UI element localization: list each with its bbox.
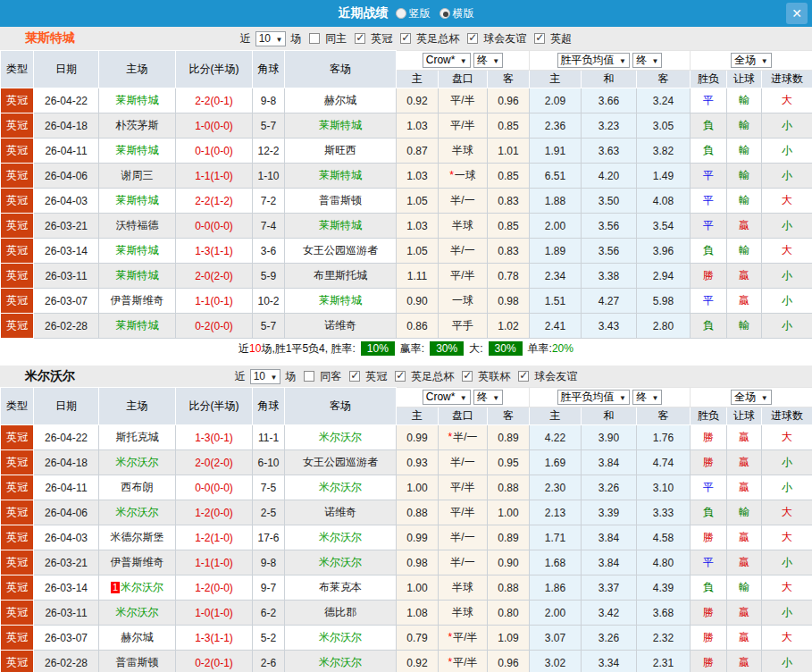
match-row: 英冠26-04-11西布朗0-0(0-0)7-5米尔沃尔1.00平/半0.882… [1,475,812,500]
col-ah-away: 客 [488,71,530,88]
handicap-text: 平/半 [450,506,474,518]
europe-avg-select[interactable]: 胜平负均值 ▼ [557,53,630,68]
corners-cell: 9-8 [253,550,285,575]
odds-company-select-2[interactable]: Crow* ▼ [423,390,471,405]
score-cell: 1-3(1-1) [176,626,253,651]
radio-vertical-layout[interactable]: 竖版 [396,6,431,21]
league-badge: 英冠 [1,601,34,626]
over-under-result: 大 [762,626,812,651]
europe-stage-select-2[interactable]: 终 ▼ [632,390,662,405]
away-team-name: 普雷斯顿 [319,194,362,206]
same-home-checkbox[interactable] [309,33,320,44]
handicap-cell: 半/一 [439,525,488,550]
score-text: 1-1(1-0) [195,170,233,182]
odds-company-select[interactable]: Crow* ▼ [423,53,471,68]
ah-away-odds: 0.83 [488,239,530,264]
ah-away-odds: 0.85 [488,113,530,139]
handicap-result: 輸 [727,113,762,139]
home-team-cell: 米尔沃尔 [99,500,176,525]
league-checkbox-2[interactable] [467,33,478,44]
handicap-result: 輸 [727,88,762,113]
league-checkbox-0[interactable] [349,371,360,382]
league-checkbox-1[interactable] [395,371,406,382]
over-under-result: 大 [762,425,812,450]
match-count-select[interactable]: 10 ▼ [255,31,287,46]
league-label-3: 球会友谊 [534,369,577,384]
full-match-select-2[interactable]: 全场 ▼ [731,390,771,405]
match-row: 英冠26-03-141米尔沃尔1-2(0-0)9-7布莱克本1.00半球0.88… [1,575,812,601]
handicap-text: 平/半 [450,94,474,106]
millwall-rows: 英冠26-04-22斯托克城1-3(0-1)11-1米尔沃尔0.99*半/一0.… [1,425,812,672]
home-team-cell: 伊普斯维奇 [99,289,176,314]
away-team-name: 女王公园巡游者 [303,456,378,468]
ah-away-odds: 0.85 [488,214,530,239]
home-team-cell: 莱斯特城 [99,264,176,289]
away-team-cell: 女王公园巡游者 [285,239,397,264]
ah-away-odds: 0.96 [488,651,530,672]
score-cell: 1-0(0-0) [176,113,253,139]
ah-home-odds: 0.92 [397,88,439,113]
handicap-result: 輸 [727,139,762,164]
handicap-text: 半球 [452,144,473,156]
handicap-text: 一球 [452,294,473,307]
europe-stage-select[interactable]: 终 ▼ [632,53,662,68]
odds-stage-select[interactable]: 终 ▼ [473,53,503,68]
col-corner: 角球 [253,388,285,425]
score-cell: 0-2(0-1) [176,651,253,672]
score-text: 2-0(2-0) [195,457,233,469]
radio-horizontal-layout[interactable]: 横版 [439,6,474,21]
match-row: 英冠26-03-11米尔沃尔1-0(1-0)6-2德比郡1.08半球0.802.… [1,601,812,626]
ah-away-odds: 0.90 [488,550,530,575]
col-goals: 进球数 [762,71,812,88]
eu-home-odds: 1.88 [530,189,582,214]
league-badge: 英冠 [1,425,34,450]
away-team-name: 米尔沃尔 [319,556,362,568]
handicap-cell: 一球 [439,289,488,314]
same-away-checkbox[interactable] [304,371,314,382]
home-team-name: 莱斯特城 [116,144,159,156]
match-row: 英冠26-03-11莱斯特城2-0(2-0)5-9布里斯托城1.11平/半0.7… [1,264,812,289]
league-badge: 英冠 [1,475,34,500]
match-row: 英冠26-03-07赫尔城1-3(1-1)5-2米尔沃尔0.79*平/半1.09… [1,626,812,651]
wdl-result: 勝 [691,651,727,672]
league-checkbox-2[interactable] [462,371,473,382]
ah-home-odds: 1.05 [397,189,439,214]
league-checkbox-3[interactable] [518,371,529,382]
away-team-cell: 米尔沃尔 [285,651,397,672]
eu-draw-odds: 3.66 [582,88,637,113]
away-team-name: 莱斯特城 [319,294,362,307]
league-badge: 英冠 [1,88,34,113]
league-checkbox-1[interactable] [400,33,411,44]
full-match-select[interactable]: 全场 ▼ [731,53,771,68]
result-group: 全场 ▼ [691,51,812,71]
league-label-0: 英冠 [365,369,387,384]
handicap-cell: 半/一 [439,239,488,264]
home-team-cell: 赫尔城 [99,626,176,651]
home-team-name: 米德尔斯堡 [111,531,164,543]
radio-icon-checked[interactable] [439,8,450,19]
europe-odds-group: 胜平负均值 ▼ 终 ▼ [530,51,691,71]
close-icon[interactable]: ✕ [786,3,808,24]
eu-draw-odds: 3.23 [582,113,637,139]
away-team-name: 米尔沃尔 [319,531,362,543]
score-cell: 1-1(0-1) [176,289,253,314]
eu-home-odds: 2.09 [530,88,582,113]
league-checkbox-3[interactable] [534,33,545,44]
eu-draw-odds: 3.26 [582,626,637,651]
eu-away-odds: 1.76 [637,425,691,450]
wdl-result: 勝 [691,626,727,651]
league-label-1: 英足总杯 [411,369,454,384]
match-count-select-2[interactable]: 10 ▼ [250,369,281,384]
radio-icon[interactable] [396,8,406,19]
home-team-cell: 伊普斯维奇 [99,550,176,575]
home-team-name: 莱斯特城 [116,319,159,332]
ah-home-odds: 1.00 [397,575,439,601]
league-checkbox-0[interactable] [355,33,365,44]
home-team-name: 莱斯特城 [116,269,159,281]
europe-avg-select-2[interactable]: 胜平负均值 ▼ [557,390,630,405]
handicap-cell: 平/半 [439,113,488,139]
away-team-name: 女王公园巡游者 [303,244,378,256]
handicap-text: 平/半 [450,119,474,131]
match-date: 26-04-06 [34,164,99,189]
odds-stage-select-2[interactable]: 终 ▼ [473,390,503,405]
